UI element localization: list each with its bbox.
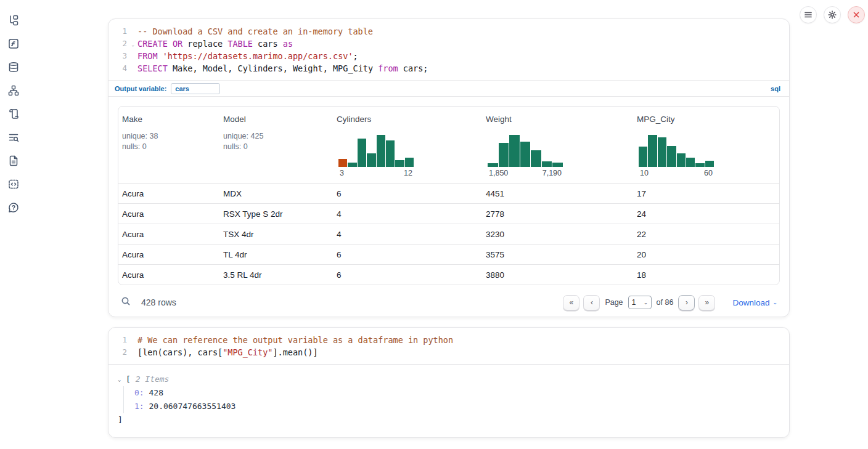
table-cell: 22 — [637, 230, 779, 239]
download-button[interactable]: Download ⌄ — [732, 298, 777, 307]
language-badge[interactable]: sql — [771, 85, 780, 92]
table-row[interactable]: AcuraRSX Type S 2dr4277824 — [118, 203, 779, 224]
first-page-button[interactable]: « — [563, 295, 579, 310]
sql-cell: 1-- Download a CSV and create an in-memo… — [108, 18, 790, 317]
page-select[interactable]: 1 ⌄ — [628, 296, 652, 309]
table-cell: Acura — [122, 189, 223, 198]
table-row[interactable]: AcuraTSX 4dr4323022 — [118, 224, 779, 244]
chevron-down-icon: ⌄ — [772, 299, 777, 305]
table-cell: 6 — [337, 270, 486, 280]
table-cell: 2778 — [486, 209, 637, 219]
table-cell: 3880 — [486, 270, 637, 280]
tree-item-key: 1: — [134, 402, 144, 411]
histogram-max: 60 — [704, 169, 713, 177]
table-cell: 6 — [337, 250, 486, 259]
tree-root: ⌄ [ 2 Items — [118, 373, 789, 386]
histogram-min: 10 — [640, 169, 649, 177]
document-icon[interactable] — [8, 155, 20, 166]
table-cell: 17 — [637, 189, 779, 198]
menu-icon — [804, 10, 813, 19]
tree-item-value: 428 — [144, 388, 163, 397]
settings-button[interactable] — [824, 6, 841, 23]
column-label: Weight — [486, 115, 629, 124]
histogram-bar — [405, 158, 414, 167]
dependency-graph-icon[interactable] — [8, 84, 20, 96]
column-header: MPG_City1060 — [637, 115, 779, 177]
code-line: 3FROM 'https://datasets.marimo.app/cars.… — [108, 50, 789, 62]
pagination: « ‹ Page 1 ⌄ of 86 › » Download ⌄ — [563, 295, 777, 310]
table-cell: 4 — [337, 230, 486, 239]
column-histogram: 1060 — [639, 135, 714, 177]
log-search-icon[interactable] — [8, 131, 20, 143]
table-cell: 3575 — [486, 250, 637, 259]
table-row[interactable]: AcuraTL 4dr6357520 — [118, 244, 779, 264]
histogram-bar — [499, 143, 509, 167]
histogram-bar — [367, 153, 375, 167]
collapse-chevron-icon[interactable]: ⌄ — [118, 373, 126, 386]
help-icon[interactable] — [8, 201, 20, 213]
table-row[interactable]: AcuraMDX6445117 — [118, 183, 779, 203]
function-square-icon[interactable] — [8, 38, 20, 49]
output-variable-input[interactable] — [171, 83, 220, 94]
settings-gear-icon — [828, 10, 837, 19]
histogram-bar — [358, 139, 366, 167]
column-label: Make — [122, 115, 216, 124]
table-cell: 6 — [337, 189, 486, 198]
histogram-bar — [386, 140, 395, 167]
code-line: 1# We can reference the output variable … — [108, 334, 789, 346]
table-cell: Acura — [122, 250, 223, 259]
histogram-bar — [686, 158, 695, 167]
of-total-label: of 86 — [657, 298, 674, 307]
table-cell: 4451 — [486, 189, 637, 198]
column-stats: unique: 425nulls: 0 — [223, 131, 329, 152]
histogram-bar — [695, 163, 704, 167]
table-cell: Acura — [122, 270, 223, 280]
code-snippet-icon[interactable] — [8, 178, 20, 190]
output-variable-label: Output variable: — [115, 85, 166, 92]
column-stats: unique: 38nulls: 0 — [122, 131, 216, 152]
tree-items: 0: 4281: 20.060747663551403 — [123, 386, 789, 413]
tree-item: 0: 428 — [134, 386, 789, 400]
close-bracket: ] — [118, 413, 789, 427]
tree-item: 1: 20.060747663551403 — [134, 400, 789, 413]
page-label: Page — [605, 298, 623, 307]
table-row[interactable]: Acura3.5 RL 4dr6388018 — [118, 264, 779, 285]
shutdown-close-icon — [852, 10, 861, 19]
next-page-button[interactable]: › — [678, 295, 695, 310]
histogram-bar — [395, 160, 404, 167]
column-label: Cylinders — [337, 115, 478, 124]
table-cell: 3.5 RL 4dr — [223, 270, 337, 280]
table-footer: 428 rows « ‹ Page 1 ⌄ of 86 › » Download… — [121, 293, 777, 312]
prev-page-button[interactable]: ‹ — [583, 295, 600, 310]
last-page-button[interactable]: » — [698, 295, 715, 310]
table-cell: 20 — [637, 250, 779, 259]
data-table: Makeunique: 38nulls: 0Modelunique: 425nu… — [118, 106, 780, 285]
table-cell: TSX 4dr — [223, 230, 337, 239]
table-body: AcuraMDX6445117AcuraRSX Type S 2dr427782… — [118, 183, 779, 285]
menu-button[interactable] — [800, 6, 817, 23]
items-count: 2 Items — [131, 373, 170, 386]
code-line: 4SELECT Make, Model, Cylinders, Weight, … — [108, 62, 789, 75]
chevron-down-icon: ⌄ — [644, 300, 648, 305]
table-cell: 4 — [337, 209, 486, 219]
code-line: 2⌄CREATE OR replace TABLE cars as — [108, 38, 789, 50]
row-count: 428 rows — [141, 297, 176, 307]
histogram-bar — [658, 137, 666, 167]
search-icon[interactable] — [121, 296, 131, 309]
file-tree-icon[interactable] — [8, 14, 20, 26]
table-output: Makeunique: 38nulls: 0Modelunique: 425nu… — [108, 97, 789, 312]
shutdown-button[interactable] — [848, 6, 865, 23]
scroll-icon[interactable] — [8, 108, 20, 119]
sql-code-editor[interactable]: 1-- Download a CSV and create an in-memo… — [108, 19, 789, 80]
fold-chevron-icon: ⌄ — [131, 39, 134, 51]
database-icon[interactable] — [8, 61, 20, 73]
column-header: Makeunique: 38nulls: 0 — [122, 115, 223, 177]
python-code-editor[interactable]: 1# We can reference the output variable … — [108, 328, 789, 364]
histogram-bar — [677, 153, 686, 167]
table-cell: Acura — [122, 230, 223, 239]
column-histogram: 312 — [338, 135, 414, 177]
sidebar — [0, 0, 27, 449]
histogram-bar — [552, 163, 563, 167]
output-variable-bar: Output variable: sql — [108, 80, 789, 97]
column-header: Modelunique: 425nulls: 0 — [223, 115, 337, 177]
